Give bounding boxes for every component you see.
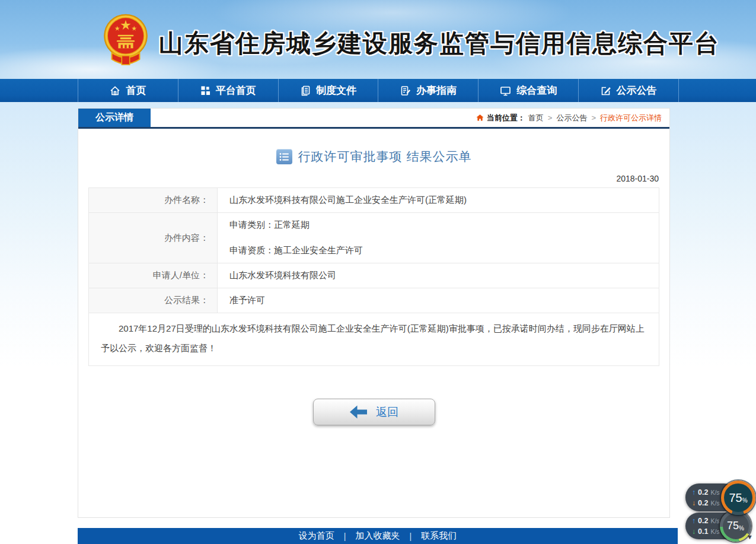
footer-link-contact-us[interactable]: 联系我们 [421, 530, 457, 542]
tab-publicity-detail[interactable]: 公示详情 [78, 109, 151, 127]
nav-item-label: 办事指南 [416, 84, 457, 97]
summary-text: 2017年12月27日受理的山东水发环境科技有限公司施工企业安全生产许可(正常延… [89, 313, 659, 366]
table-row: 2017年12月27日受理的山东水发环境科技有限公司施工企业安全生产许可(正常延… [89, 313, 659, 366]
field-value: 准予许可 [218, 288, 659, 313]
nav-item-comprehensive-query[interactable]: 综合查询 [478, 79, 578, 102]
nav-item-label: 平台首页 [216, 84, 256, 97]
speed-unit: K/s [710, 489, 719, 496]
table-row: 办件内容： 申请类别：正常延期 申请资质：施工企业安全生产许可 [89, 213, 659, 263]
download-speed: 0.2 [698, 499, 708, 507]
detail-table: 办件名称： 山东水发环境科技有限公司施工企业安全生产许可(正常延期) 办件内容：… [88, 187, 659, 366]
table-row: 办件名称： 山东水发环境科技有限公司施工企业安全生产许可(正常延期) [89, 188, 659, 213]
net-speed-monitor-overlay: ↑ 0.2 K/s ↓ 0.2 K/s 75 % ↑ 0.2 K/s ↓ 0.1… [684, 481, 756, 543]
national-emblem-logo [100, 13, 152, 68]
nav-item-policy-documents[interactable]: 制度文件 [278, 79, 378, 102]
guide-pen-icon [400, 85, 411, 96]
footer-link-set-homepage[interactable]: 设为首页 [299, 530, 334, 542]
document-icon [300, 85, 311, 96]
percent-unit: % [739, 525, 744, 532]
field-value: 山东水发环境科技有限公司施工企业安全生产许可(正常延期) [218, 188, 659, 213]
field-label: 申请人/单位： [89, 263, 218, 288]
upload-arrow-icon: ↑ [692, 488, 696, 497]
main-background: 公示详情 当前位置： 首页 > 公示公告 > 行政许可公示详情 [0, 102, 756, 528]
field-value: 申请类别：正常延期 申请资质：施工企业安全生产许可 [218, 213, 659, 263]
download-speed: 0.1 [698, 527, 708, 536]
breadcrumb-section-link[interactable]: 公示公告 [556, 113, 587, 123]
back-button[interactable]: 返回 [313, 399, 435, 425]
footer-separator: | [410, 532, 412, 541]
upload-arrow-icon: ↑ [692, 517, 696, 525]
table-row: 申请人/单位： 山东水发环境科技有限公司 [89, 263, 659, 288]
upload-speed: 0.2 [698, 517, 708, 525]
back-arrow-icon [349, 404, 368, 420]
publish-date: 2018-01-30 [78, 174, 659, 183]
field-value-line: 申请类别：正常延期 [229, 219, 659, 231]
nav-item-label: 制度文件 [316, 84, 356, 97]
nav-item-platform-home[interactable]: 平台首页 [178, 79, 278, 102]
breadcrumb-home-icon [476, 114, 484, 122]
breadcrumb-home-link[interactable]: 首页 [528, 113, 544, 123]
percent-gauge-2[interactable]: 75 % [720, 510, 751, 542]
edit-icon [601, 85, 611, 96]
download-arrow-icon: ↓ [692, 527, 696, 536]
nav-item-public-announcements[interactable]: 公示公告 [578, 79, 679, 102]
percent-unit: % [742, 497, 748, 504]
percent-gauge-1[interactable]: 75 % [721, 481, 755, 515]
percent-value: 75 [729, 491, 742, 505]
home-icon [110, 85, 120, 96]
grid-icon [200, 85, 210, 96]
breadcrumb-separator: > [591, 113, 596, 122]
nav-item-label: 首页 [126, 84, 146, 97]
download-arrow-icon: ↓ [692, 499, 696, 507]
content-panel: 公示详情 当前位置： 首页 > 公示公告 > 行政许可公示详情 [78, 108, 670, 518]
panel-header-strip: 公示详情 当前位置： 首页 > 公示公告 > 行政许可公示详情 [78, 109, 669, 129]
upload-speed: 0.2 [698, 488, 708, 497]
field-value: 山东水发环境科技有限公司 [218, 263, 659, 288]
nav-item-home[interactable]: 首页 [78, 79, 178, 102]
breadcrumb: 当前位置： 首页 > 公示公告 > 行政许可公示详情 [476, 109, 669, 127]
table-row: 公示结果： 准予许可 [89, 288, 659, 313]
speed-unit: K/s [710, 500, 719, 507]
monitor-icon [500, 85, 511, 96]
nav-item-label: 综合查询 [516, 84, 557, 97]
field-value-line: 申请资质：施工企业安全生产许可 [229, 245, 659, 256]
field-label: 办件名称： [89, 188, 218, 213]
main-nav: 首页 平台首页 制度文件 办事指南 [0, 79, 756, 102]
breadcrumb-prefix: 当前位置： [487, 113, 525, 123]
speed-unit: K/s [710, 517, 719, 524]
breadcrumb-current: 行政许可公示详情 [600, 113, 662, 123]
footer-separator: | [344, 532, 346, 541]
field-label: 办件内容： [89, 213, 218, 263]
back-button-label: 返回 [376, 405, 398, 420]
percent-value: 75 [727, 520, 739, 532]
site-header: 山东省住房城乡建设服务监管与信用信息综合平台 [0, 0, 756, 79]
speed-unit: K/s [710, 528, 719, 535]
site-brand: 山东省住房城乡建设服务监管与信用信息综合平台 [100, 13, 720, 68]
nav-item-label: 公示公告 [617, 84, 657, 97]
field-label: 公示结果： [89, 288, 218, 313]
page-footer: 设为首页 | 加入收藏夹 | 联系我们 [78, 528, 678, 544]
breadcrumb-separator: > [548, 113, 553, 122]
site-title: 山东省住房城乡建设服务监管与信用信息综合平台 [159, 21, 720, 60]
nav-item-service-guide[interactable]: 办事指南 [378, 79, 478, 102]
footer-link-add-favorites[interactable]: 加入收藏夹 [356, 530, 400, 542]
list-icon [276, 149, 292, 164]
page-title: 行政许可审批事项 结果公示单 [298, 148, 472, 165]
